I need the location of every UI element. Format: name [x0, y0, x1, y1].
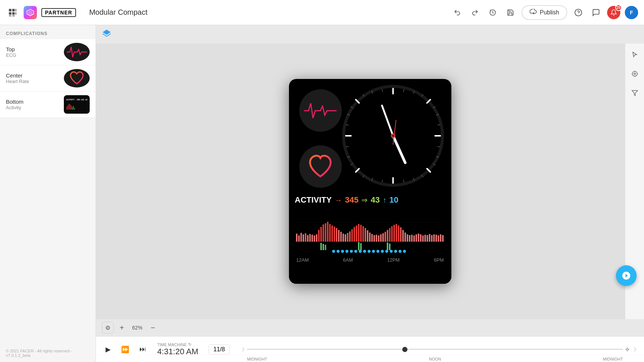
svg-rect-101: [358, 224, 359, 242]
svg-rect-83: [318, 230, 320, 242]
notification-badge: 25: [615, 4, 622, 11]
svg-point-148: [337, 250, 340, 253]
refresh-icon: ↻: [188, 342, 192, 347]
svg-rect-3: [9, 12, 11, 15]
svg-rect-139: [442, 235, 444, 242]
redo-button[interactable]: [468, 6, 482, 19]
svg-rect-89: [331, 225, 333, 242]
svg-rect-87: [327, 222, 328, 242]
svg-point-160: [390, 250, 393, 253]
complication-top-preview: [64, 43, 90, 61]
help-button[interactable]: [572, 6, 585, 19]
svg-rect-17: [70, 104, 70, 110]
complication-item-center[interactable]: Center Heart Rate: [0, 65, 96, 92]
header-actions: Publish 25 F: [451, 5, 638, 20]
svg-rect-103: [362, 226, 364, 242]
publish-label: Publish: [540, 9, 559, 16]
ecg-complication[interactable]: [299, 89, 342, 132]
zoom-out-button[interactable]: −: [148, 323, 158, 333]
date-badge[interactable]: 11/8: [209, 344, 230, 355]
watch-face: ACTIVITY → 345 ⇒ 43 ↑ 10: [289, 79, 451, 284]
svg-rect-100: [356, 225, 357, 242]
svg-rect-117: [393, 225, 395, 242]
svg-rect-91: [336, 228, 337, 242]
complication-center-name: Center: [6, 72, 64, 79]
svg-point-162: [399, 250, 402, 253]
svg-rect-77: [305, 233, 306, 242]
svg-rect-74: [298, 235, 300, 242]
arrow3: ↑: [383, 196, 386, 204]
svg-rect-84: [320, 227, 322, 242]
svg-rect-123: [407, 234, 408, 242]
svg-rect-115: [389, 228, 390, 242]
svg-rect-110: [378, 235, 379, 242]
svg-rect-92: [338, 230, 340, 242]
svg-rect-138: [440, 234, 441, 242]
fast-forward-button[interactable]: ⏩: [119, 343, 131, 356]
skip-forward-button[interactable]: ⏭: [137, 343, 148, 355]
svg-rect-114: [387, 230, 388, 242]
user-avatar[interactable]: F: [625, 6, 638, 19]
svg-rect-104: [365, 228, 366, 242]
svg-rect-105: [367, 230, 368, 242]
svg-point-69: [392, 135, 394, 137]
chat-button[interactable]: [589, 6, 603, 19]
timeline[interactable]: ☽ MIDNIGHT NOON MIDNIGHT ✤ ☽: [240, 342, 637, 357]
target-tool[interactable]: [628, 67, 641, 80]
svg-rect-94: [342, 234, 344, 242]
sun-icon: ✤: [625, 347, 630, 352]
chart-label-6pm: 6PM: [434, 257, 444, 263]
svg-rect-88: [329, 224, 331, 242]
svg-rect-76: [303, 234, 304, 242]
complication-top-sub: ECG: [6, 52, 64, 58]
layers-icon[interactable]: [102, 29, 111, 40]
heart-complication[interactable]: [299, 145, 342, 188]
svg-rect-90: [334, 227, 335, 242]
publish-button[interactable]: Publish: [521, 5, 567, 20]
svg-rect-132: [427, 235, 428, 242]
svg-rect-78: [307, 235, 309, 242]
canvas-wrapper: ACTIVITY → 345 ⇒ 43 ↑ 10: [96, 25, 644, 362]
arrow1: →: [335, 196, 342, 204]
svg-rect-145: [387, 242, 388, 250]
activity-val3: 10: [389, 195, 398, 205]
undo-button[interactable]: [451, 6, 464, 19]
grid-menu-button[interactable]: [6, 6, 19, 19]
svg-rect-14: [66, 107, 67, 110]
activity-chart: [295, 208, 445, 256]
complication-item-bottom[interactable]: Bottom Activity ACTIVITY →345 ⇒43 ↑10: [0, 92, 96, 118]
save-button[interactable]: [504, 6, 517, 19]
complication-item-top[interactable]: Top ECG: [0, 39, 96, 65]
zoom-in-button[interactable]: +: [117, 323, 127, 333]
svg-rect-134: [431, 235, 433, 242]
svg-point-156: [372, 250, 375, 253]
svg-rect-97: [349, 231, 351, 242]
main-body: COMPLICATIONS Top ECG Center Heart Rate: [0, 25, 644, 362]
svg-rect-18: [71, 106, 72, 110]
activity-section: ACTIVITY → 345 ⇒ 43 ↑ 10: [289, 192, 451, 284]
filter-tool[interactable]: [628, 86, 641, 100]
timeline-thumb[interactable]: [402, 347, 407, 352]
svg-point-150: [345, 250, 348, 253]
notifications-button[interactable]: 25: [607, 6, 620, 19]
settings-button[interactable]: ⚙: [102, 322, 114, 334]
svg-rect-93: [340, 232, 342, 242]
cloud-icon: [530, 9, 537, 16]
header: PARTNER Modular Compact Publish: [0, 0, 644, 25]
svg-rect-85: [323, 224, 324, 242]
header-left: PARTNER: [6, 6, 76, 19]
svg-rect-140: [320, 243, 322, 250]
svg-rect-146: [389, 244, 390, 250]
svg-rect-108: [373, 235, 375, 242]
complication-bottom-name: Bottom: [6, 99, 64, 105]
history-button[interactable]: [486, 6, 499, 19]
play-button[interactable]: ▶: [103, 343, 113, 356]
activity-val2: 43: [371, 195, 379, 205]
fab-button[interactable]: [616, 265, 637, 286]
cursor-tool[interactable]: [628, 48, 641, 61]
time-display: 4:31:20 AM: [157, 347, 198, 356]
svg-point-151: [350, 250, 353, 253]
time-machine-section: TIME MACHINE ↻ 4:31:20 AM: [157, 342, 198, 356]
svg-rect-133: [429, 234, 430, 242]
svg-point-159: [385, 250, 388, 253]
